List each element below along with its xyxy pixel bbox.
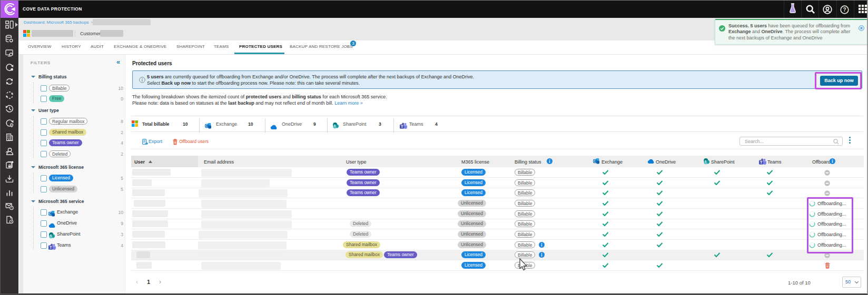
svg-text:?: ?: [843, 7, 846, 13]
svg-text:T: T: [401, 124, 403, 129]
svg-text:s: s: [705, 159, 707, 163]
svg-text:T: T: [760, 160, 763, 165]
svg-text:s: s: [334, 124, 336, 127]
svg-text:s: s: [50, 233, 52, 237]
svg-text:T: T: [50, 245, 52, 250]
